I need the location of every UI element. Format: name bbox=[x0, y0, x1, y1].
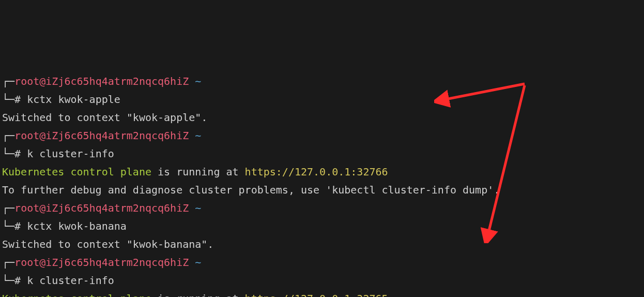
user-host: root@iZj6c65hq4atrm2nqcq6hiZ bbox=[14, 129, 189, 142]
bracket-top: ┌─ bbox=[2, 75, 14, 87]
cluster-info-line: Kubernetes control plane is running at h… bbox=[2, 163, 642, 181]
command: k cluster-info bbox=[27, 147, 114, 160]
bracket-bot: └─ bbox=[2, 93, 14, 106]
hash: # bbox=[14, 274, 21, 287]
bracket-bot: └─ bbox=[2, 220, 14, 232]
command: kctx kwok-apple bbox=[27, 93, 120, 106]
prompt-line-top: ┌─root@iZj6c65hq4atrm2nqcq6hiZ ~ bbox=[2, 254, 642, 272]
prompt-line-bot: └─# kctx kwok-banana bbox=[2, 217, 642, 235]
prompt-line-bot: └─# k cluster-info bbox=[2, 272, 642, 290]
bracket-bot: └─ bbox=[2, 147, 14, 160]
control-plane-label: Kubernetes control plane bbox=[2, 292, 151, 297]
hash: # bbox=[14, 93, 21, 106]
tilde: ~ bbox=[195, 202, 201, 214]
command: k cluster-info bbox=[27, 274, 114, 287]
tilde: ~ bbox=[195, 129, 201, 142]
bracket-top: ┌─ bbox=[2, 256, 14, 269]
cluster-info-mid: is running at bbox=[151, 166, 245, 178]
prompt-line-top: ┌─root@iZj6c65hq4atrm2nqcq6hiZ ~ bbox=[2, 72, 642, 91]
bracket-top: ┌─ bbox=[2, 202, 14, 214]
control-plane-label: Kubernetes control plane bbox=[2, 166, 151, 178]
hash: # bbox=[14, 220, 21, 232]
prompt-line-top: ┌─root@iZj6c65hq4atrm2nqcq6hiZ ~ bbox=[2, 127, 642, 145]
output-line: Switched to context "kwok-apple". bbox=[2, 109, 642, 127]
output-line: To further debug and diagnose cluster pr… bbox=[2, 181, 642, 199]
control-plane-url: https://127.0.0.1:32765 bbox=[245, 292, 388, 297]
user-host: root@iZj6c65hq4atrm2nqcq6hiZ bbox=[14, 256, 189, 269]
user-host: root@iZj6c65hq4atrm2nqcq6hiZ bbox=[14, 75, 189, 87]
control-plane-url: https://127.0.0.1:32766 bbox=[245, 166, 388, 178]
prompt-line-bot: └─# k cluster-info bbox=[2, 145, 642, 163]
user-host: root@iZj6c65hq4atrm2nqcq6hiZ bbox=[14, 202, 189, 214]
bracket-bot: └─ bbox=[2, 274, 14, 287]
hash: # bbox=[14, 147, 21, 160]
cluster-info-mid: is running at bbox=[151, 292, 245, 297]
command: kctx kwok-banana bbox=[27, 220, 127, 232]
cluster-info-line: Kubernetes control plane is running at h… bbox=[2, 290, 642, 297]
tilde: ~ bbox=[195, 75, 201, 87]
prompt-line-bot: └─# kctx kwok-apple bbox=[2, 91, 642, 109]
tilde: ~ bbox=[195, 256, 201, 269]
prompt-line-top: ┌─root@iZj6c65hq4atrm2nqcq6hiZ ~ bbox=[2, 199, 642, 217]
output-line: Switched to context "kwok-banana". bbox=[2, 235, 642, 254]
bracket-top: ┌─ bbox=[2, 129, 14, 142]
